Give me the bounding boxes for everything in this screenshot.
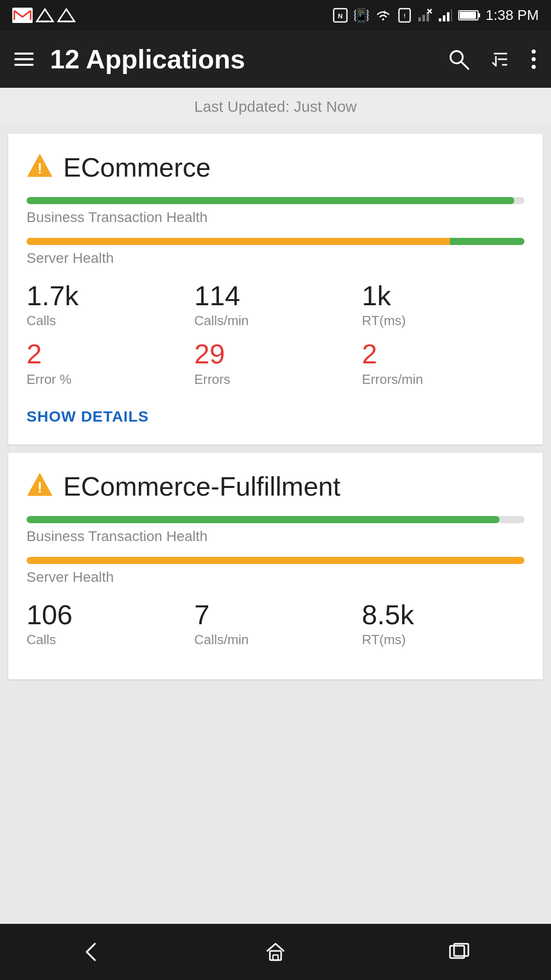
svg-marker-5 [58,9,74,21]
nav-bar [0,924,551,980]
metric-errors: 29 Errors [194,339,357,387]
page-title: 12 Applications [50,44,431,75]
fulfillment-metric-rt-value: 8.5k [362,600,524,630]
status-bar-left-icons [12,8,76,23]
metric-error-pct-label: Error % [27,372,189,387]
status-time: 1:38 PM [486,7,539,23]
svg-point-30 [532,65,536,69]
sim-icon: ! [397,8,412,23]
metric-errors-min: 2 Errors/min [362,339,524,387]
gmail-icon [12,8,33,23]
fulfillment-metric-calls-value: 106 [27,600,189,630]
svg-rect-21 [478,13,480,17]
recents-button[interactable] [439,932,480,972]
svg-point-28 [532,50,536,54]
metric-calls-label: Calls [27,313,189,329]
fulfillment-metric-calls: 106 Calls [27,600,189,648]
fulfillment-metric-calls-min: 7 Calls/min [194,600,357,648]
bt-health-fill [27,197,514,204]
fulfillment-server-health: Server Health [27,557,524,585]
back-button[interactable] [71,932,112,972]
metric-calls-min-label: Calls/min [194,313,357,329]
battery-icon [458,9,481,21]
metric-errors-min-label: Errors/min [362,372,524,387]
svg-rect-22 [460,12,476,19]
svg-text:N: N [338,12,342,20]
status-bar: N 📳 ! [0,0,551,31]
metric-calls-min-value: 114 [194,281,357,311]
metric-rt-label: RT(ms) [362,313,524,329]
fulfillment-card-header: ! ECommerce-Fulfillment [27,471,524,502]
wifi-icon [374,8,392,22]
metric-rt-value: 1k [362,281,524,311]
svg-rect-0 [12,8,33,23]
svg-rect-12 [422,15,425,21]
metric-error-pct: 2 Error % [27,339,189,387]
search-icon[interactable] [447,47,470,71]
fulfillment-bt-health-track [27,516,524,523]
vibrate-icon: 📳 [353,8,369,23]
warning-icon-2: ! [27,472,53,501]
metric-errors-label: Errors [194,372,357,387]
svg-line-24 [461,62,468,69]
metric-calls: 1.7k Calls [27,281,189,329]
fulfillment-bt-health: Business Transaction Health [27,516,524,545]
warning-icon: ! [27,153,53,182]
app-bar: 12 Applications [0,31,551,88]
svg-text:!: ! [37,479,42,496]
metric-errors-min-value: 2 [362,339,524,369]
svg-rect-19 [451,9,452,21]
server-health-label: Server Health [27,250,524,266]
more-options-icon[interactable] [531,47,537,71]
fulfillment-bt-health-label: Business Transaction Health [27,528,524,545]
nfc-icon: N [333,8,348,23]
ecommerce-bt-health: Business Transaction Health [27,197,524,226]
ecommerce-card-header: ! ECommerce [27,152,524,183]
mk-icon-2 [57,8,76,22]
svg-rect-16 [439,18,441,21]
svg-text:!: ! [37,160,42,177]
cards-container: ! ECommerce Business Transaction Health … [0,126,551,924]
fulfillment-metric-calls-min-label: Calls/min [194,632,357,648]
signal-off-icon [417,8,433,22]
svg-rect-17 [443,15,445,21]
mk-icon-1 [36,8,54,22]
svg-rect-18 [447,12,449,21]
bt-health-label: Business Transaction Health [27,209,524,226]
ecommerce-server-health: Server Health [27,238,524,266]
fulfillment-metric-calls-min-value: 7 [194,600,357,630]
server-health-track [27,238,524,245]
signal-bars-icon [438,8,453,22]
fulfillment-server-health-label: Server Health [27,569,524,585]
svg-point-29 [532,57,536,61]
fulfillment-server-health-track [27,557,524,564]
metric-errors-value: 29 [194,339,357,369]
app-bar-actions [447,47,537,71]
ecommerce-show-details-button[interactable]: SHOW DETAILS [27,404,149,429]
fulfillment-metrics-grid: 106 Calls 7 Calls/min 8.5k RT(ms) [27,600,524,648]
ecommerce-card: ! ECommerce Business Transaction Health … [8,134,543,445]
metric-calls-value: 1.7k [27,281,189,311]
ecommerce-title: ECommerce [63,152,211,183]
fulfillment-title: ECommerce-Fulfillment [63,471,340,502]
last-updated-text: Last Updated: Just Now [194,98,357,115]
fulfillment-metric-calls-label: Calls [27,632,189,648]
metric-calls-min: 114 Calls/min [194,281,357,329]
ecommerce-fulfillment-card: ! ECommerce-Fulfillment Business Transac… [8,453,543,679]
fulfillment-bt-health-fill [27,516,499,523]
server-health-fill [27,238,524,245]
fulfillment-metric-rt-label: RT(ms) [362,632,524,648]
metric-error-pct-value: 2 [27,339,189,369]
svg-rect-13 [427,12,429,21]
svg-marker-3 [37,9,53,21]
last-updated-bar: Last Updated: Just Now [0,88,551,126]
svg-rect-11 [418,17,421,21]
ecommerce-metrics-grid: 1.7k Calls 114 Calls/min 1k RT(ms) 2 Err… [27,281,524,387]
home-button[interactable] [255,932,296,972]
fulfillment-metric-rt: 8.5k RT(ms) [362,600,524,648]
metric-rt: 1k RT(ms) [362,281,524,329]
fulfillment-server-health-fill [27,557,524,564]
sort-icon[interactable] [489,47,512,71]
hamburger-menu-button[interactable] [14,53,34,66]
status-bar-right-icons: N 📳 ! [333,7,539,23]
